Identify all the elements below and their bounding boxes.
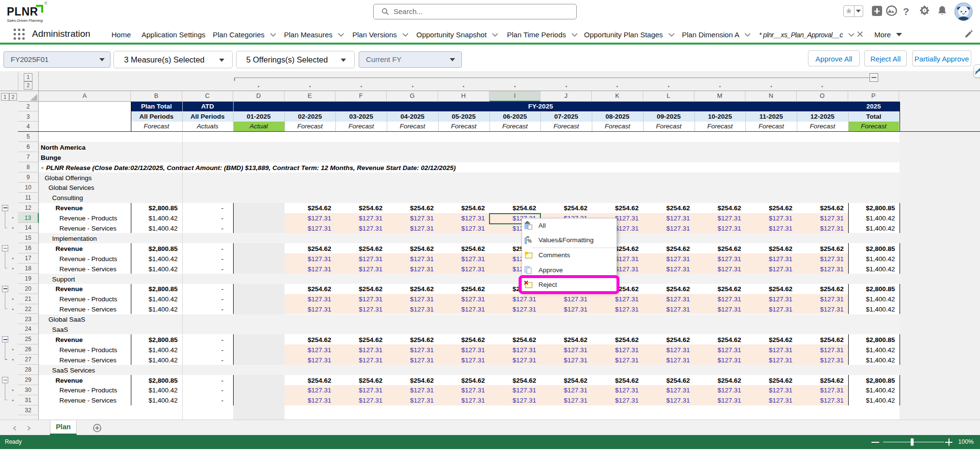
svg-text:%: %	[527, 238, 532, 244]
